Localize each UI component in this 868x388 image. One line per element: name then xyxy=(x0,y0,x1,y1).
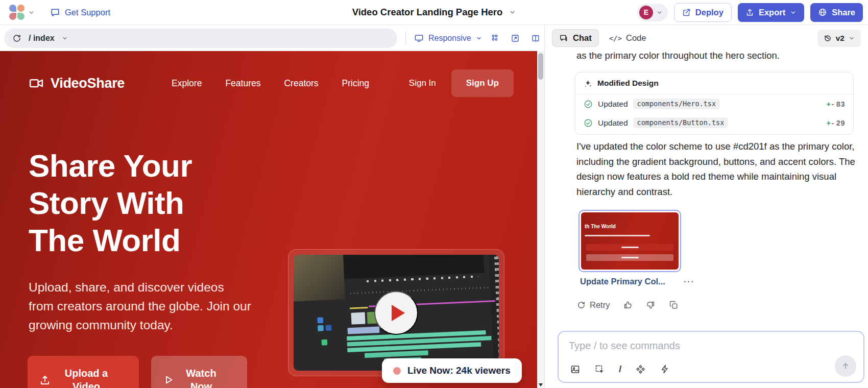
chevron-down-icon xyxy=(790,9,797,16)
components-icon[interactable] xyxy=(490,34,499,43)
scrollbar-thumb[interactable] xyxy=(538,53,543,80)
version-title[interactable]: Update Primary Col... xyxy=(580,277,665,286)
modified-design-title: Modified Design xyxy=(597,79,659,88)
path-label: / index xyxy=(29,34,55,43)
file-action-label: Updated xyxy=(598,100,628,109)
export-button[interactable]: Export xyxy=(738,3,804,22)
account-menu[interactable]: E xyxy=(637,4,668,21)
scrollbar-down-arrow[interactable] xyxy=(539,383,543,386)
upload-video-label: Upload a Video xyxy=(58,367,114,388)
slash-command-icon[interactable]: / xyxy=(619,363,621,375)
refresh-icon xyxy=(577,301,586,309)
file-update-row[interactable]: Updated components/Hero.tsx +-83 xyxy=(575,94,853,113)
check-circle-icon xyxy=(584,100,593,109)
preview-navbar: VideoShare Explore Features Creators Pri… xyxy=(0,51,544,97)
watch-now-button[interactable]: Watch Now xyxy=(151,356,247,388)
external-link-icon xyxy=(682,8,691,17)
app-logo-button[interactable] xyxy=(9,5,35,20)
more-options-icon[interactable]: ··· xyxy=(684,277,695,286)
share-label: Share xyxy=(832,8,855,17)
retry-label: Retry xyxy=(590,300,610,310)
version-thumbnail[interactable]: th The World xyxy=(578,210,681,272)
sign-up-button[interactable]: Sign Up xyxy=(451,69,514,97)
upload-icon xyxy=(39,374,51,386)
hero-description: Upload, share, and discover videos from … xyxy=(29,278,252,335)
thumbs-down-icon[interactable] xyxy=(646,300,656,310)
file-name-chip: components/Button.tsx xyxy=(633,117,729,128)
code-tab-label: Code xyxy=(626,33,646,43)
tab-chat[interactable]: Chat xyxy=(552,29,599,47)
watch-now-label: Watch Now xyxy=(182,367,221,388)
upload-video-button[interactable]: Upload a Video xyxy=(28,356,139,388)
live-badge-label: Live Now: 24k viewers xyxy=(407,365,511,376)
deploy-label: Deploy xyxy=(695,8,724,17)
history-clock-icon xyxy=(824,34,832,42)
project-title-dropdown[interactable]: Video Creator Landing Page Hero xyxy=(352,7,516,18)
modified-design-card: Modified Design Updated components/Hero.… xyxy=(575,72,854,135)
marquee-select-icon[interactable] xyxy=(594,364,605,375)
copy-icon[interactable] xyxy=(669,300,679,310)
tab-code[interactable]: </> Code xyxy=(604,30,652,46)
thumbs-up-icon[interactable] xyxy=(623,300,633,310)
retry-button[interactable]: Retry xyxy=(577,300,610,310)
play-button[interactable] xyxy=(374,291,418,335)
nav-link-pricing[interactable]: Pricing xyxy=(342,78,370,89)
lightning-icon[interactable] xyxy=(660,364,670,374)
get-support-label: Get Support xyxy=(65,8,110,17)
get-support-link[interactable]: Get Support xyxy=(50,7,110,17)
preview-scrollbar[interactable] xyxy=(537,51,544,388)
chat-input[interactable] xyxy=(569,338,845,353)
chevron-down-icon xyxy=(476,35,482,41)
chevron-down-icon xyxy=(62,35,68,41)
avatar: E xyxy=(639,6,653,19)
refresh-icon[interactable] xyxy=(12,34,21,43)
video-player-card xyxy=(288,249,504,376)
arrow-up-icon xyxy=(841,361,850,371)
chat-bubble-icon xyxy=(559,34,568,43)
assistant-message: I've updated the color scheme to use #cd… xyxy=(576,139,858,199)
monitor-icon xyxy=(414,33,424,43)
diff-stat: +-29 xyxy=(827,119,845,127)
preview-pane: VideoShare Explore Features Creators Pri… xyxy=(0,51,544,388)
chevron-down-icon xyxy=(656,9,663,16)
upload-icon xyxy=(745,8,754,17)
toolbar: / index Responsive xyxy=(0,25,868,51)
play-icon xyxy=(392,305,405,321)
version-history-dropdown[interactable]: v2 xyxy=(817,30,861,47)
responsive-label: Responsive xyxy=(428,34,471,43)
mini-hero-heading: th The World xyxy=(585,224,616,229)
chat-input-box[interactable]: / xyxy=(558,331,864,383)
responsive-dropdown[interactable]: Responsive xyxy=(414,33,482,43)
divider xyxy=(405,32,406,45)
chat-bubble-icon xyxy=(50,7,60,17)
file-action-label: Updated xyxy=(598,118,628,128)
diff-stat: +-83 xyxy=(827,100,845,108)
nav-link-features[interactable]: Features xyxy=(225,78,260,89)
image-icon[interactable] xyxy=(570,364,581,375)
export-label: Export xyxy=(759,8,785,17)
chat-tab-label: Chat xyxy=(573,33,592,43)
nav-link-explore[interactable]: Explore xyxy=(172,78,202,89)
url-bar[interactable]: / index xyxy=(4,29,397,48)
split-columns-icon[interactable] xyxy=(531,34,540,43)
open-new-window-icon[interactable] xyxy=(511,34,520,43)
share-button[interactable]: Share xyxy=(810,3,863,22)
nav-link-creators[interactable]: Creators xyxy=(284,78,318,89)
diamonds-icon[interactable] xyxy=(635,364,646,375)
assistant-message-tail: as the primary color throughout the hero… xyxy=(576,50,862,61)
live-now-badge: Live Now: 24k viewers xyxy=(382,358,522,383)
sign-in-link[interactable]: Sign In xyxy=(409,78,436,88)
globe-icon xyxy=(818,8,827,17)
deploy-button[interactable]: Deploy xyxy=(674,3,732,22)
live-dot-icon xyxy=(393,367,401,375)
brand-logo[interactable]: VideoShare xyxy=(29,76,125,91)
topbar: Get Support Video Creator Landing Page H… xyxy=(0,0,868,25)
send-button[interactable] xyxy=(835,355,856,377)
sparkle-icon xyxy=(584,79,592,88)
file-update-row[interactable]: Updated components/Button.tsx +-29 xyxy=(575,113,853,134)
file-name-chip: components/Hero.tsx xyxy=(633,99,720,109)
play-outline-icon xyxy=(162,374,175,386)
chevron-down-icon xyxy=(28,9,35,16)
video-camera-icon xyxy=(29,76,44,91)
check-circle-icon xyxy=(584,118,593,128)
